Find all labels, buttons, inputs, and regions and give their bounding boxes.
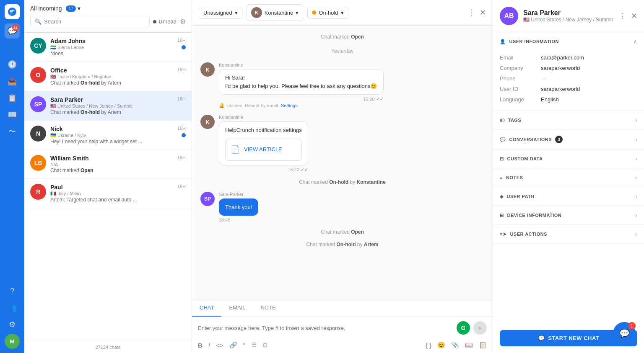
contact-header: AB Sara Parker 🇺🇸 United States / New Je…	[493, 0, 644, 32]
user-avatar-nav[interactable]: M	[5, 334, 20, 349]
message-preview: Chat marked On-hold by Artem	[50, 80, 173, 86]
sender-name: Sara Parker	[219, 192, 258, 197]
list-item[interactable]: R Paul 🇮🇹 Italy / Milan Artem: Targeted …	[24, 179, 192, 208]
user-information-body: Email sara@parker.com Company saraparker…	[493, 51, 644, 111]
conversation-meta: 16H	[177, 155, 186, 160]
tags-header[interactable]: 🏷 TAGS ›	[493, 111, 644, 129]
conversations-header[interactable]: 💬 CONVERSATIONS 3 ›	[493, 130, 644, 149]
user-path-header[interactable]: ◈ USER PATH ›	[493, 187, 644, 206]
section-title: ≡➤ USER ACTIONS	[500, 232, 547, 237]
tab-email[interactable]: EMAIL	[221, 299, 253, 317]
grammarly-button[interactable]: G	[457, 321, 470, 335]
message-preview: Chat marked Open	[50, 167, 173, 173]
code-icon[interactable]: <>	[216, 342, 223, 349]
unread-filter[interactable]: Unread	[153, 18, 177, 25]
contact-location: 🇺🇦 Ukraine / Kyiv	[50, 133, 173, 138]
nav-item-analytics[interactable]: 〜	[5, 124, 20, 139]
status-message: Chat marked Open	[200, 34, 484, 40]
nav-item-contacts[interactable]: 👤	[5, 40, 20, 55]
message-bubble: Thank you!	[219, 198, 258, 216]
status-label: On-hold	[319, 10, 338, 16]
user-information-header[interactable]: 👤 USER INFORMATION ∧	[493, 32, 644, 51]
message-input[interactable]	[198, 325, 453, 331]
widget-chat-icon: 💬	[619, 328, 630, 338]
info-field-language: Language English	[500, 94, 637, 105]
nav-item-history[interactable]: 🕐	[5, 57, 20, 72]
filter-chevron-icon: ▾	[78, 5, 80, 12]
user-avatar-bubble: SP	[200, 192, 215, 206]
close-panel-icon[interactable]: ✕	[631, 11, 637, 21]
view-article-card[interactable]: 📄 VIEW ARTICLE	[225, 139, 302, 161]
list-icon[interactable]: ☰	[251, 341, 257, 349]
chat-more-icon[interactable]: ⋮	[467, 8, 475, 18]
emoji-icon[interactable]: 😊	[437, 341, 445, 349]
contact-name: Paul	[50, 184, 63, 191]
search-input[interactable]	[44, 18, 145, 25]
nav-item-team[interactable]: 👥	[5, 300, 20, 315]
sender-name: Konstantine	[219, 62, 384, 67]
agent-dropdown[interactable]: K Konstantine ▾	[247, 4, 304, 21]
device-information-header[interactable]: ⊟ DEVICE INFORMATION ›	[493, 206, 644, 224]
template-icon[interactable]: 📋	[479, 341, 487, 349]
nav-item-settings[interactable]: ⚙	[5, 317, 20, 332]
braces-icon[interactable]: { }	[426, 342, 431, 349]
help-circle-icon[interactable]: ⊙	[262, 341, 268, 349]
bold-icon[interactable]: B	[198, 342, 203, 349]
info-field-company: Company saraparkerworld	[500, 63, 637, 73]
filter-dropdown[interactable]: All incoming 17 ▾	[30, 5, 80, 12]
inbox-badge: 21	[12, 24, 19, 31]
notes-icon: ≡	[500, 175, 503, 180]
assignee-dropdown[interactable]: Unassigned ▾	[199, 7, 242, 19]
nav-item-reports[interactable]: 📋	[5, 90, 20, 106]
avatar: R	[30, 184, 46, 200]
section-title: 🏷 TAGS	[500, 118, 521, 123]
device-icon: ⊟	[500, 213, 504, 218]
message-bubble: Hi Sara!I'd be glad to help you. Please …	[219, 69, 384, 95]
message-preview: Artem: Targeted chat and email auto ...	[50, 197, 173, 203]
status-dropdown[interactable]: On-hold ▾	[307, 7, 348, 19]
message-time: 15:20 ✓✓	[219, 96, 384, 102]
settings-gear-icon[interactable]: ⚙	[180, 18, 186, 26]
chat-close-icon[interactable]: ✕	[480, 8, 486, 17]
more-options-icon[interactable]: ⋮	[618, 11, 626, 21]
conversation-body: Sara Parker 🇺🇸 United States / New Jerse…	[50, 96, 173, 115]
view-article-label: VIEW ARTICLE	[244, 145, 282, 154]
list-item[interactable]: N Nick 🇺🇦 Ukraine / Kyiv Hey! I need you…	[24, 121, 192, 150]
custom-data-header[interactable]: ⊟ CUSTOM DATA ›	[493, 149, 644, 168]
contact-name: Office	[50, 67, 67, 74]
contact-avatar: AB	[500, 7, 518, 25]
user-actions-header[interactable]: ≡➤ USER ACTIONS ›	[493, 225, 644, 243]
nav-item-campaigns[interactable]: 📤	[5, 74, 20, 89]
notes-section: ≡ NOTES ›	[493, 168, 644, 187]
list-item[interactable]: LB William Smith N/A Chat marked Open 16…	[24, 150, 192, 179]
send-button[interactable]: ➤	[473, 321, 487, 335]
list-item[interactable]: O Office 🇬🇧 United Kingdom / Brighton Ch…	[24, 62, 192, 91]
nav-item-inbox[interactable]: 💬 21	[5, 23, 20, 39]
list-item[interactable]: CY Adam Johns 🇸🇱 Sierra Leone *does 16H	[24, 33, 192, 62]
link-icon[interactable]: 🔗	[229, 341, 237, 349]
message-time: 16H	[177, 155, 186, 160]
agent-name: Konstantine	[265, 10, 293, 16]
conversations-icon: 💬	[500, 137, 506, 142]
italic-icon[interactable]: I	[208, 342, 210, 349]
tab-note[interactable]: NOTE	[253, 299, 283, 317]
contact-name-header: Sara Parker	[523, 9, 613, 17]
conversation-body: Office 🇬🇧 United Kingdom / Brighton Chat…	[50, 67, 173, 86]
conversation-footer: 27124 chats	[24, 341, 192, 353]
helpcrunch-widget[interactable]: 💬 1	[613, 322, 636, 345]
notes-header[interactable]: ≡ NOTES ›	[493, 168, 644, 187]
quote-icon[interactable]: "	[243, 342, 245, 349]
settings-link[interactable]: Settings	[281, 103, 298, 108]
chevron-right-icon: ›	[635, 136, 637, 143]
field-label: Company	[500, 65, 538, 71]
nav-item-knowledge[interactable]: 📖	[5, 107, 20, 122]
knowledge-icon[interactable]: 📖	[465, 341, 473, 349]
nav-item-help[interactable]: ?	[5, 283, 20, 299]
attachment-icon[interactable]: 📎	[451, 341, 459, 349]
field-value: saraparkerworld	[541, 86, 580, 92]
tab-chat[interactable]: CHAT	[192, 299, 221, 317]
section-title: 👤 USER INFORMATION	[500, 39, 559, 44]
list-item[interactable]: SP Sara Parker 🇺🇸 United States / New Je…	[24, 91, 192, 121]
field-value: saraparkerworld	[541, 65, 580, 71]
search-box[interactable]: 🔍	[30, 16, 150, 27]
